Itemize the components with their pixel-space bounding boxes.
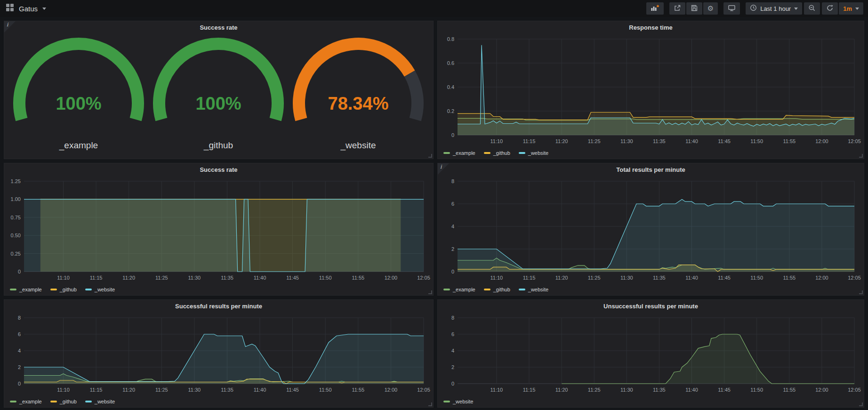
chart-plot[interactable]: 0246811:1011:1511:2011:2511:3011:3511:40… xyxy=(7,312,430,396)
dashboard-menu[interactable]: Gatus xyxy=(6,3,46,14)
chevron-down-icon xyxy=(42,8,46,10)
svg-text:12:05: 12:05 xyxy=(848,138,861,144)
legend-label: _website xyxy=(95,399,115,404)
legend-item-_github[interactable]: _github xyxy=(484,287,510,292)
legend-item-_example[interactable]: _example xyxy=(10,399,42,404)
svg-text:11:10: 11:10 xyxy=(490,138,503,144)
svg-text:11:25: 11:25 xyxy=(155,387,168,393)
panel-title[interactable]: Success rate xyxy=(4,21,433,33)
legend-item-_website[interactable]: _website xyxy=(519,150,548,156)
panel-info-icon[interactable]: i xyxy=(4,21,16,32)
panel-title[interactable]: Response time xyxy=(438,21,864,33)
svg-text:8: 8 xyxy=(18,315,21,321)
svg-text:11:40: 11:40 xyxy=(685,275,698,281)
svg-text:_example: _example xyxy=(59,140,98,151)
legend-item-_example[interactable]: _example xyxy=(10,287,42,292)
panel-resize-handle[interactable] xyxy=(428,402,432,406)
panel-title[interactable]: Unsuccessful results per minute xyxy=(438,300,864,312)
svg-text:0: 0 xyxy=(18,269,21,274)
panel-resize-handle[interactable] xyxy=(859,154,863,158)
settings-button[interactable]: ⚙ xyxy=(703,2,718,15)
chart-legend: _example_github_website xyxy=(438,284,864,295)
svg-text:11:35: 11:35 xyxy=(221,387,233,393)
legend-swatch xyxy=(443,401,450,402)
share-button[interactable] xyxy=(669,2,685,15)
legend-label: _website xyxy=(453,399,473,404)
save-button[interactable] xyxy=(686,2,702,15)
panel-title[interactable]: Successful results per minute xyxy=(4,300,433,312)
legend-label: _github xyxy=(60,399,77,404)
svg-text:0.8: 0.8 xyxy=(447,36,454,42)
panel-resize-handle[interactable] xyxy=(859,402,863,406)
panel-title[interactable]: Success rate xyxy=(4,163,433,176)
monitor-icon xyxy=(728,4,736,13)
svg-text:8: 8 xyxy=(451,178,454,184)
svg-text:2: 2 xyxy=(451,364,454,370)
chart-legend: _example_github_website xyxy=(4,284,433,295)
svg-text:0.4: 0.4 xyxy=(447,84,454,90)
legend-item-_github[interactable]: _github xyxy=(50,399,77,404)
refresh-interval-button[interactable]: 1m xyxy=(839,2,863,15)
panel-resize-handle[interactable] xyxy=(859,290,863,294)
svg-text:0: 0 xyxy=(451,381,454,386)
time-range-button[interactable]: Last 1 hour xyxy=(746,2,802,15)
svg-text:11:55: 11:55 xyxy=(783,275,796,281)
svg-text:11:30: 11:30 xyxy=(620,275,633,281)
gauge-group: 100%_example100%_github78.34%_website xyxy=(4,33,433,159)
legend-label: _website xyxy=(528,287,548,292)
svg-text:11:55: 11:55 xyxy=(783,138,796,144)
svg-text:11:25: 11:25 xyxy=(588,275,601,281)
panel-success-rate-graph: Success rate 00.250.500.751.001.2511:101… xyxy=(4,163,434,296)
svg-text:11:45: 11:45 xyxy=(718,275,731,281)
legend-item-_website[interactable]: _website xyxy=(85,287,115,292)
svg-text:11:10: 11:10 xyxy=(490,387,503,393)
legend-item-_example[interactable]: _example xyxy=(443,150,475,156)
svg-text:0.50: 0.50 xyxy=(11,233,21,238)
svg-text:4: 4 xyxy=(451,348,454,354)
legend-item-_example[interactable]: _example xyxy=(443,287,475,292)
svg-text:11:40: 11:40 xyxy=(254,387,266,393)
legend-item-_website[interactable]: _website xyxy=(85,399,115,404)
legend-item-_website[interactable]: _website xyxy=(519,287,548,292)
svg-text:11:35: 11:35 xyxy=(653,275,666,281)
refresh-interval-label: 1m xyxy=(843,5,852,12)
dashboard-grid: i Success rate 100%_example100%_github78… xyxy=(0,17,868,410)
refresh-button[interactable] xyxy=(822,2,838,15)
chart-plot[interactable]: 0246811:1011:1511:2011:2511:3011:3511:40… xyxy=(441,312,861,396)
legend-item-_github[interactable]: _github xyxy=(484,150,510,156)
svg-text:11:10: 11:10 xyxy=(57,387,70,393)
svg-text:12:05: 12:05 xyxy=(848,275,861,281)
panel-resize-handle[interactable] xyxy=(428,154,432,158)
panel-info-icon[interactable]: i xyxy=(438,163,449,175)
legend-item-_github[interactable]: _github xyxy=(50,287,77,292)
gauge-_website: 78.34%_website xyxy=(289,37,428,155)
panel-success-rate-gauges: i Success rate 100%_example100%_github78… xyxy=(4,21,434,159)
legend-swatch xyxy=(85,289,92,290)
legend-label: _website xyxy=(95,287,115,292)
refresh-icon xyxy=(826,4,834,13)
gauge-_github: 100%_github xyxy=(149,37,289,155)
chart-plot[interactable]: 00.20.40.60.811:1011:1511:2011:2511:3011… xyxy=(441,33,861,147)
svg-text:11:20: 11:20 xyxy=(555,275,568,281)
time-range-label: Last 1 hour xyxy=(760,5,791,12)
add-panel-button[interactable] xyxy=(646,2,664,15)
legend-label: _example xyxy=(453,287,475,292)
zoom-out-button[interactable] xyxy=(804,2,820,15)
chart-plot[interactable]: 00.250.500.751.001.2511:1011:1511:2011:2… xyxy=(7,176,430,284)
svg-text:6: 6 xyxy=(451,331,454,337)
panel-title[interactable]: Total results per minute xyxy=(438,163,864,176)
panel-unsuccessful-results: Unsuccessful results per minute 0246811:… xyxy=(437,299,864,408)
panel-resize-handle[interactable] xyxy=(428,290,432,294)
chart-plot[interactable]: 0246811:1011:1511:2011:2511:3011:3511:40… xyxy=(441,176,861,284)
legend-item-_website[interactable]: _website xyxy=(443,399,473,404)
svg-text:11:15: 11:15 xyxy=(90,387,103,393)
legend-swatch xyxy=(10,401,16,402)
svg-text:11:25: 11:25 xyxy=(155,275,168,281)
svg-text:_github: _github xyxy=(203,140,233,151)
tv-mode-button[interactable] xyxy=(723,2,740,15)
save-icon xyxy=(691,4,698,13)
svg-text:11:10: 11:10 xyxy=(490,275,503,281)
panel-response-time: Response time 00.20.40.60.811:1011:1511:… xyxy=(437,21,864,159)
panel-successful-results: Successful results per minute 0246811:10… xyxy=(4,299,434,408)
navbar: Gatus xyxy=(0,0,868,17)
